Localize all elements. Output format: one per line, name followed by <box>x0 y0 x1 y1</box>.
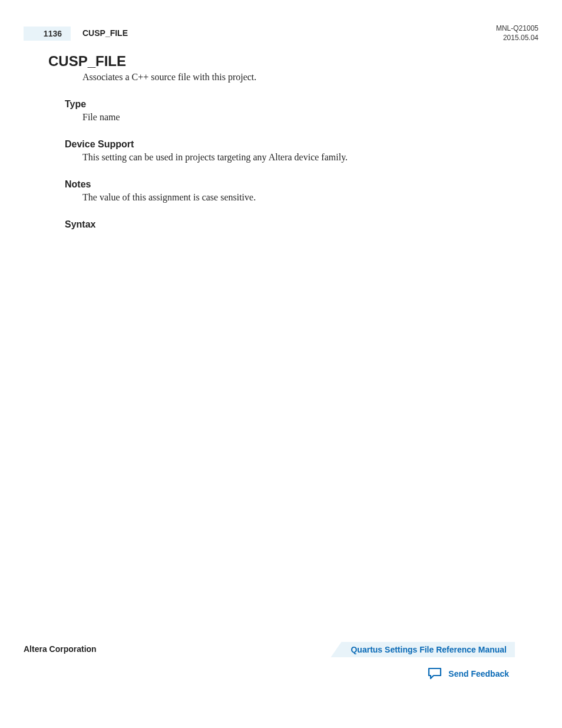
doc-date: 2015.05.04 <box>496 33 538 42</box>
comment-icon <box>427 667 442 681</box>
footer-manual-link[interactable]: Quartus Settings File Reference Manual <box>330 642 515 657</box>
section-body-type: File name <box>82 112 538 123</box>
section-heading-type: Type <box>65 99 538 110</box>
section-heading-device-support: Device Support <box>65 139 538 150</box>
page-header: 1136 CUSP_FILE MNL-Q21005 2015.05.04 <box>24 24 538 41</box>
page-footer: Altera Corporation Quartus Settings File… <box>24 642 515 657</box>
send-feedback-link[interactable]: Send Feedback <box>427 667 509 681</box>
page-number: 1136 <box>44 29 62 38</box>
doc-id: MNL-Q21005 <box>496 24 538 33</box>
send-feedback-label: Send Feedback <box>448 669 509 678</box>
section-heading-syntax: Syntax <box>65 219 538 230</box>
page-title: CUSP_FILE <box>48 53 538 70</box>
footer-manual-link-label: Quartus Settings File Reference Manual <box>351 645 507 654</box>
section-body-notes: The value of this assignment is case sen… <box>82 192 538 203</box>
footer-company: Altera Corporation <box>24 644 97 654</box>
section-heading-notes: Notes <box>65 179 538 190</box>
doc-meta: MNL-Q21005 2015.05.04 <box>496 24 538 42</box>
intro-paragraph: Associates a C++ source file with this p… <box>82 72 538 83</box>
page-number-box: 1136 <box>24 27 71 41</box>
section-body-device-support: This setting can be used in projects tar… <box>82 152 538 163</box>
running-head-title: CUSP_FILE <box>82 28 128 38</box>
